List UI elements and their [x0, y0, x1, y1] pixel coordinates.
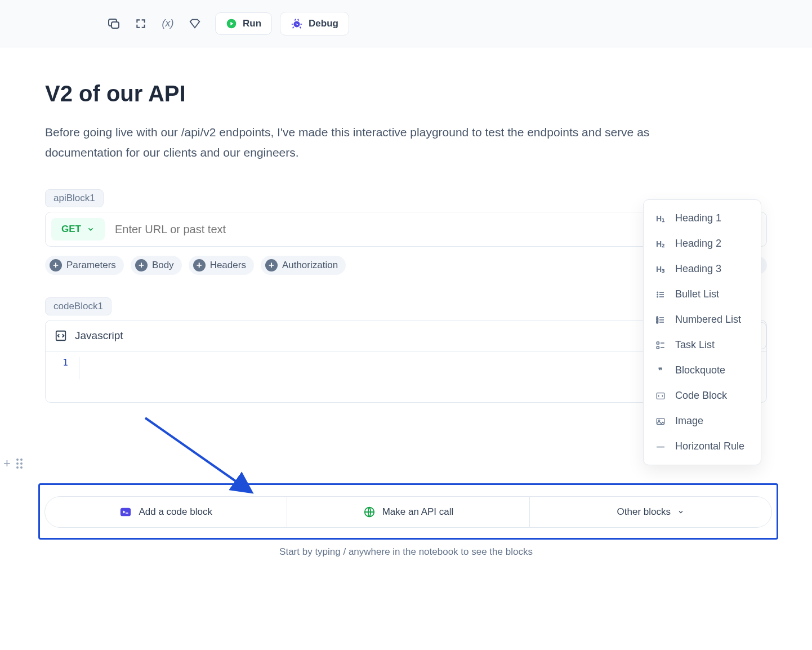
run-button[interactable]: Run: [215, 12, 272, 35]
image-icon: [655, 417, 666, 426]
menu-heading3[interactable]: H₃Heading 3: [644, 256, 761, 282]
expand-icon[interactable]: [134, 17, 148, 30]
play-icon: [226, 18, 237, 29]
run-label: Run: [243, 18, 261, 29]
line-number: 1: [46, 357, 79, 380]
variable-icon[interactable]: (x): [161, 17, 175, 30]
grip-icon: [16, 458, 23, 469]
debug-label: Debug: [309, 18, 338, 29]
numbered-list-icon: 123: [655, 315, 666, 324]
svg-rect-1: [111, 22, 119, 28]
headers-pill[interactable]: +Headers: [189, 256, 254, 275]
parameters-pill[interactable]: +Parameters: [45, 256, 124, 275]
menu-heading1[interactable]: H₁Heading 1: [644, 206, 761, 231]
debug-button[interactable]: Debug: [280, 12, 349, 35]
blockquote-icon: ❞: [655, 366, 666, 375]
block-type-menu: H₁Heading 1 H₂Heading 2 H₃Heading 3 Bull…: [643, 199, 761, 465]
menu-heading2[interactable]: H₂Heading 2: [644, 231, 761, 256]
h2-icon: H₂: [655, 239, 666, 248]
make-api-call-button[interactable]: Make an API call: [287, 497, 529, 527]
h3-icon: H₃: [655, 265, 666, 274]
menu-task-list[interactable]: Task List: [644, 332, 761, 358]
hint-text: Start by typing / anywhere in the notebo…: [0, 546, 812, 558]
svg-point-7: [657, 296, 658, 297]
chevron-down-icon: [677, 509, 684, 515]
svg-point-5: [657, 292, 658, 292]
plus-icon: +: [3, 456, 11, 471]
http-method-label: GET: [61, 224, 81, 235]
chevron-down-icon: [87, 225, 95, 233]
task-list-icon: [655, 341, 666, 350]
menu-bullet-list[interactable]: Bullet List: [644, 282, 761, 307]
menu-horizontal-rule[interactable]: —Horizontal Rule: [644, 434, 761, 459]
svg-rect-14: [657, 418, 664, 424]
svg-rect-12: [657, 346, 659, 349]
language-label[interactable]: Javascript: [75, 330, 123, 342]
svg-rect-17: [121, 508, 131, 517]
top-toolbar: (x) Run Debug: [0, 0, 812, 47]
h1-icon: H₁: [655, 214, 666, 223]
plus-icon: +: [193, 259, 206, 271]
add-block-panel: Add a code block Make an API call Other …: [38, 483, 778, 540]
globe-icon: [363, 506, 376, 518]
svg-point-6: [657, 294, 658, 295]
svg-line-16: [145, 418, 250, 491]
svg-text:3: 3: [657, 320, 658, 324]
tag-icon[interactable]: [188, 17, 202, 30]
menu-image[interactable]: Image: [644, 408, 761, 434]
terminal-icon: [119, 506, 132, 518]
chat-icon[interactable]: [107, 17, 121, 30]
api-block-tag: apiBlock1: [45, 189, 104, 207]
code-icon: [55, 330, 67, 342]
authorization-pill[interactable]: +Authorization: [261, 256, 346, 275]
page-title: V2 of our API: [45, 81, 767, 106]
menu-code-block[interactable]: Code Block: [644, 383, 761, 408]
svg-rect-11: [657, 342, 659, 344]
plus-icon: +: [135, 259, 148, 271]
bug-icon: [291, 17, 303, 30]
menu-blockquote[interactable]: ❞Blockquote: [644, 358, 761, 383]
http-method-selector[interactable]: GET: [51, 218, 105, 241]
body-pill[interactable]: +Body: [131, 256, 182, 275]
code-block-icon: [655, 391, 666, 400]
action-row: Add a code block Make an API call Other …: [44, 496, 772, 528]
menu-numbered-list[interactable]: 123Numbered List: [644, 307, 761, 332]
other-blocks-button[interactable]: Other blocks: [530, 497, 771, 527]
plus-icon: +: [265, 259, 278, 271]
bullet-list-icon: [655, 290, 666, 299]
code-block-tag: codeBlock1: [45, 297, 111, 315]
horizontal-rule-icon: —: [655, 442, 666, 451]
add-code-block-button[interactable]: Add a code block: [45, 497, 287, 527]
page-description: Before going live with our /api/v2 endpo…: [45, 122, 664, 162]
plus-icon: +: [50, 259, 62, 271]
